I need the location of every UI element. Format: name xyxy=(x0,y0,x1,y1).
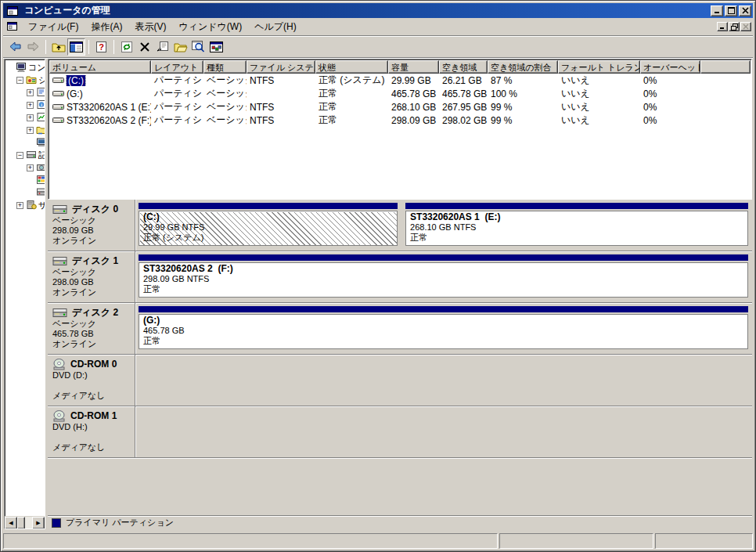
tree-item-5[interactable]: + xyxy=(5,124,45,136)
forward-button[interactable] xyxy=(24,38,42,56)
partition-type-strip xyxy=(139,306,748,312)
partition-block[interactable]: (C:)29.99 GB NTFS正常 (システム) xyxy=(139,203,398,246)
collapse-minus-icon[interactable]: − xyxy=(16,152,23,159)
tree-item-2[interactable]: + xyxy=(5,86,45,99)
disk-info-line: 298.09 GB xyxy=(52,225,135,236)
column-header-3[interactable]: ファイル システム xyxy=(247,60,315,74)
expand-plus-icon[interactable]: + xyxy=(27,127,34,134)
expand-plus-icon[interactable]: + xyxy=(27,164,34,171)
partition-block[interactable]: ST3320620AS 1 (E:)268.10 GB NTFS正常 xyxy=(405,203,748,246)
cell-free: 267.95 GB xyxy=(439,102,488,113)
expand-plus-icon[interactable]: + xyxy=(27,89,34,96)
disk-label-4[interactable]: CD-ROM 1DVD (H:) メディアなし xyxy=(48,406,135,457)
minimize-button[interactable] xyxy=(711,5,723,16)
volume-label: ST3320620AS 2 (F:) xyxy=(67,115,151,126)
close-button[interactable] xyxy=(739,5,751,16)
console-tree: コンピ−シ++i++−記++サ xyxy=(5,60,45,516)
back-button[interactable] xyxy=(6,38,24,56)
partition-label: ST3320620AS 1 (E:) xyxy=(410,212,747,222)
partition-block[interactable]: (G:)465.78 GB正常 xyxy=(139,306,748,349)
removable-storage-icon xyxy=(36,162,45,173)
disk-label-3[interactable]: CD-ROM 0DVD (D:) メディアなし xyxy=(48,355,135,406)
volume-row[interactable]: ST3320620AS 1 (E:)パーティションベーシックNTFS正常268.… xyxy=(49,100,751,114)
column-header-6[interactable]: 空き領域 xyxy=(439,60,488,74)
volume-row[interactable]: (G:)パーティションベーシック正常465.78 GB465.78 GB100 … xyxy=(49,87,751,100)
child-restore-button[interactable] xyxy=(729,22,740,31)
volume-row[interactable]: ST3320620AS 2 (F:)パーティションベーシックNTFS正常298.… xyxy=(49,114,751,127)
child-close-button[interactable] xyxy=(740,22,751,31)
disk-name: ディスク 2 xyxy=(72,308,118,318)
properties-icon xyxy=(157,41,169,52)
view-button[interactable] xyxy=(189,38,207,56)
partition-type-strip xyxy=(139,254,748,261)
show-tree-button[interactable] xyxy=(67,38,85,56)
collapse-minus-icon[interactable]: − xyxy=(16,77,23,84)
partition-block[interactable]: ST3320620AS 2 (F:)298.09 GB NTFS正常 xyxy=(139,254,748,298)
menu-item-1[interactable]: 操作(A) xyxy=(85,18,128,36)
delete-button[interactable] xyxy=(135,38,153,56)
properties-button[interactable] xyxy=(153,38,171,56)
tree-item-0[interactable]: コンピ xyxy=(5,61,45,74)
refresh-button[interactable] xyxy=(117,38,135,56)
titlebar[interactable]: コンピュータの管理 xyxy=(3,3,753,18)
disk-row-4: CD-ROM 1DVD (H:) メディアなし xyxy=(48,406,752,458)
disk-name: CD-ROM 0 xyxy=(70,359,117,370)
partition-status: 正常 xyxy=(410,233,747,243)
column-header-2[interactable]: 種類 xyxy=(203,60,247,74)
console-child-icon[interactable] xyxy=(6,20,19,33)
partition-type-strip xyxy=(405,203,748,209)
tree-item-8[interactable]: + xyxy=(5,161,45,174)
device-manager-icon xyxy=(36,137,45,148)
tree-item-11[interactable]: +サ xyxy=(5,199,45,211)
tree-item-3[interactable]: +i xyxy=(5,99,45,111)
open-button[interactable] xyxy=(171,38,189,56)
column-header-0[interactable]: ボリューム xyxy=(49,60,151,74)
disk-info-line: DVD (H:) xyxy=(52,422,135,432)
cell-capacity: 268.10 GB xyxy=(388,102,439,113)
column-header-5[interactable]: 容量 xyxy=(388,60,439,74)
disk-info-line: メディアなし xyxy=(52,391,135,401)
expand-plus-icon[interactable]: + xyxy=(27,114,34,121)
scroll-thumb[interactable] xyxy=(17,517,25,529)
column-header-8[interactable]: フォールト トレランス xyxy=(558,60,640,74)
tree-item-4[interactable]: + xyxy=(5,111,45,124)
column-header-4[interactable]: 状態 xyxy=(315,60,388,74)
up-button[interactable] xyxy=(49,38,67,56)
volume-label: (G:) xyxy=(67,88,83,99)
volume-row[interactable]: (C:)パーティションベーシックNTFS正常 (システム)29.99 GB26.… xyxy=(49,74,751,87)
column-header-1[interactable]: レイアウト xyxy=(151,60,203,74)
tree-item-9[interactable] xyxy=(5,174,45,186)
partition-body: ST3320620AS 1 (E:)268.10 GB NTFS正常 xyxy=(405,211,748,246)
scroll-right-button[interactable]: ▶ xyxy=(32,517,45,529)
disk-label-1[interactable]: ディスク 1ベーシック298.09 GBオンライン xyxy=(48,251,135,302)
maximize-button[interactable] xyxy=(725,5,737,16)
tree-item-7[interactable]: −記 xyxy=(5,149,45,161)
tree-item-1[interactable]: −シ xyxy=(5,74,45,86)
disk-label-0[interactable]: ディスク 0ベーシック298.09 GBオンライン xyxy=(48,200,135,251)
column-header-7[interactable]: 空き領域の割合 xyxy=(488,60,558,74)
tree-horizontal-scrollbar[interactable]: ◀ ▶ xyxy=(5,516,45,529)
disk-label-2[interactable]: ディスク 2ベーシック465.78 GBオンライン xyxy=(48,303,135,354)
expand-plus-icon[interactable]: + xyxy=(27,102,34,109)
cell-layout: パーティション xyxy=(151,74,203,87)
console-button[interactable] xyxy=(207,38,225,56)
cell-type: ベーシック xyxy=(203,74,247,87)
tree-item-label: 記 xyxy=(38,150,45,161)
cell-volume: ST3320620AS 1 (E:) xyxy=(49,102,151,113)
statusbar xyxy=(3,533,753,549)
help-doc-button[interactable]: ? xyxy=(92,38,110,56)
child-window-controls xyxy=(716,22,751,31)
menu-item-0[interactable]: ファイル(F) xyxy=(22,18,85,36)
scroll-left-button[interactable]: ◀ xyxy=(5,517,17,529)
expand-plus-icon[interactable]: + xyxy=(16,202,23,209)
statusbar-panel-mid xyxy=(499,533,653,549)
menu-item-2[interactable]: 表示(V) xyxy=(128,18,172,36)
disk-info-line: ベーシック xyxy=(52,215,135,225)
partition-body: (G:)465.78 GB正常 xyxy=(139,314,748,349)
menu-item-4[interactable]: ヘルプ(H) xyxy=(248,18,303,36)
tree-item-10[interactable] xyxy=(5,186,45,199)
tree-item-6[interactable] xyxy=(5,136,45,149)
menu-item-3[interactable]: ウィンドウ(W) xyxy=(172,18,248,36)
column-header-9[interactable]: オーバーヘッド xyxy=(640,60,700,74)
child-minimize-button[interactable] xyxy=(717,22,728,31)
